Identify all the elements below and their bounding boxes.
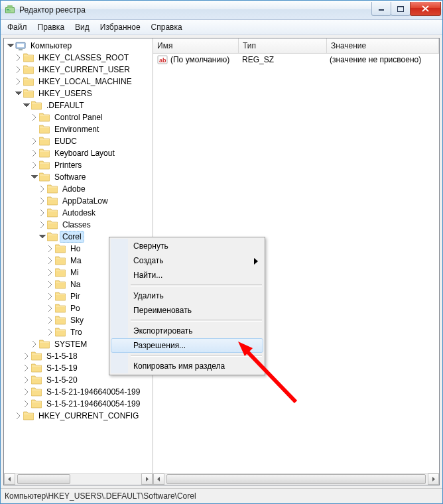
list-hscrollbar[interactable] xyxy=(153,473,439,485)
menu-file[interactable]: Файл xyxy=(2,20,32,34)
window-buttons xyxy=(372,2,441,15)
app-icon xyxy=(5,5,15,15)
window-title: Редактор реестра xyxy=(19,5,372,15)
cm-rename[interactable]: Переименовать xyxy=(111,303,263,318)
minimize-button[interactable] xyxy=(371,2,391,16)
menu-edit[interactable]: Правка xyxy=(32,20,70,34)
scroll-right-icon[interactable] xyxy=(141,473,153,485)
context-menu: Свернуть Создать Найти... Удалить Переим… xyxy=(109,237,265,375)
tree-hscrollbar[interactable] xyxy=(4,473,153,485)
tree-software[interactable]: Software xyxy=(4,171,153,183)
menu-help[interactable]: Справка xyxy=(146,20,188,34)
list-cell-name: (По умолчанию) xyxy=(170,55,229,64)
tree-environment[interactable]: Environment xyxy=(4,123,153,135)
menubar: Файл Правка Вид Избранное Справка xyxy=(1,20,442,35)
tree-classes[interactable]: Classes xyxy=(4,219,153,231)
cm-find[interactable]: Найти... xyxy=(111,268,263,283)
tree-keyboard-layout[interactable]: Keyboard Layout xyxy=(4,147,153,159)
tree-s1521b[interactable]: S-1-5-21-1946640054-199 xyxy=(4,398,153,410)
tree-s1520[interactable]: S-1-5-20 xyxy=(4,374,153,386)
svg-rect-1 xyxy=(6,8,14,13)
context-menu-separator xyxy=(131,284,262,286)
menu-view[interactable]: Вид xyxy=(70,20,95,34)
scroll-thumb[interactable] xyxy=(166,474,426,484)
svg-rect-4 xyxy=(7,5,13,8)
scroll-right-icon[interactable] xyxy=(428,473,439,485)
submenu-arrow-icon xyxy=(254,257,258,267)
col-type[interactable]: Тип xyxy=(239,38,327,53)
list-row[interactable]: ab (По умолчанию) REG_SZ (значение не пр… xyxy=(153,54,439,66)
titlebar: Редактор реестра xyxy=(1,1,442,20)
scroll-left-icon[interactable] xyxy=(153,473,164,485)
svg-rect-2 xyxy=(7,9,9,10)
context-menu-separator xyxy=(131,355,262,357)
list-header: Имя Тип Значение xyxy=(153,38,439,54)
context-menu-separator xyxy=(131,320,262,322)
scroll-thumb[interactable] xyxy=(17,474,70,484)
tree-autodesk[interactable]: Autodesk xyxy=(4,207,153,219)
string-value-icon: ab xyxy=(157,54,168,65)
tree-hkcr[interactable]: HKEY_CLASSES_ROOT xyxy=(4,52,153,64)
tree-hku[interactable]: HKEY_USERS xyxy=(4,88,153,99)
svg-rect-3 xyxy=(7,11,11,11)
col-value[interactable]: Значение xyxy=(327,38,439,53)
menu-favorites[interactable]: Избранное xyxy=(95,20,146,34)
cm-collapse[interactable]: Свернуть xyxy=(111,239,263,253)
tree-default[interactable]: .DEFAULT xyxy=(4,99,153,111)
cm-copy-key-name[interactable]: Копировать имя раздела xyxy=(111,359,263,373)
list-cell-type: REG_SZ xyxy=(238,55,326,64)
svg-rect-7 xyxy=(397,6,404,7)
tree-eudc[interactable]: EUDC xyxy=(4,135,153,147)
col-name[interactable]: Имя xyxy=(153,38,239,53)
list-cell-value: (значение не присвоено) xyxy=(326,55,439,64)
tree-printers[interactable]: Printers xyxy=(4,159,153,171)
svg-text:ab: ab xyxy=(159,57,166,64)
tree-control-panel[interactable]: Control Panel xyxy=(4,111,153,123)
statusbar-path: Компьютер\HKEY_USERS\.DEFAULT\Software\C… xyxy=(5,491,196,501)
tree-corel-label: Corel xyxy=(60,231,84,243)
cm-delete[interactable]: Удалить xyxy=(111,288,263,303)
close-button[interactable] xyxy=(410,2,441,16)
svg-rect-5 xyxy=(379,9,384,11)
maximize-button[interactable] xyxy=(391,2,411,16)
tree-adobe[interactable]: Adobe xyxy=(4,183,153,195)
tree-hkcu[interactable]: HKEY_CURRENT_USER xyxy=(4,64,153,76)
cm-export[interactable]: Экспортировать xyxy=(111,324,263,338)
scroll-left-icon[interactable] xyxy=(4,473,15,485)
tree-s1521a[interactable]: S-1-5-21-1946640054-199 xyxy=(4,386,153,398)
main-window: Редактор реестра Файл Правка Вид Избранн… xyxy=(0,0,443,504)
tree-appdatalow[interactable]: AppDataLow xyxy=(4,195,153,207)
cm-new[interactable]: Создать xyxy=(111,253,263,268)
tree-hklm[interactable]: HKEY_LOCAL_MACHINE xyxy=(4,76,153,88)
tree-root[interactable]: Компьютер xyxy=(4,40,153,52)
tree-root-label: Компьютер xyxy=(28,40,74,52)
tree-hkcc[interactable]: HKEY_CURRENT_CONFIG xyxy=(4,410,153,422)
cm-permissions[interactable]: Разрешения... xyxy=(111,338,263,353)
statusbar: Компьютер\HKEY_USERS\.DEFAULT\Software\C… xyxy=(1,488,442,503)
